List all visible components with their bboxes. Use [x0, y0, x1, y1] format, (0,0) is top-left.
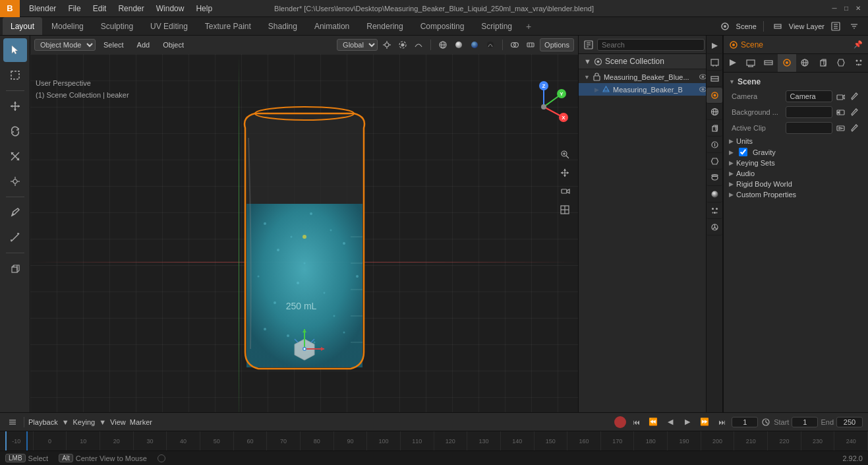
props-tab-scene[interactable]: [778, 54, 796, 73]
rigid-body-world-subsection[interactable]: ▶ Rigid Body World: [724, 179, 868, 189]
play-button[interactable]: ▶: [680, 415, 695, 429]
props-tab-view-layer[interactable]: [760, 54, 778, 73]
tool-select-box[interactable]: [3, 63, 27, 87]
viewport-shading-wire[interactable]: [436, 38, 449, 51]
prop-icon-world[interactable]: [707, 104, 722, 120]
navigation-gizmo[interactable]: Z X Y: [517, 80, 570, 133]
tool-move[interactable]: [3, 94, 27, 118]
blender-logo[interactable]: B: [0, 0, 20, 17]
menu-render[interactable]: Render: [113, 3, 149, 15]
next-keyframe-button[interactable]: ⏩: [697, 415, 712, 429]
prop-icon-material[interactable]: [707, 187, 722, 202]
record-button[interactable]: [614, 416, 626, 428]
menu-file[interactable]: File: [63, 3, 86, 15]
marker-menu[interactable]: Marker: [130, 418, 152, 426]
tab-scripting[interactable]: Scripting: [473, 17, 520, 35]
add-workspace-button[interactable]: +: [521, 19, 536, 34]
background-edit-icon[interactable]: [848, 106, 860, 118]
prop-icon-render[interactable]: [707, 38, 722, 54]
view-menu[interactable]: View: [110, 418, 126, 426]
timeline-ruler[interactable]: -10 0 10 20 30 40 50 60 70 80 90 100 110…: [0, 431, 868, 451]
custom-properties-subsection[interactable]: ▶ Custom Properties: [724, 189, 868, 200]
units-subsection[interactable]: ▶ Units: [724, 136, 868, 146]
start-frame-input[interactable]: [792, 417, 818, 427]
jump-end-button[interactable]: ⏭: [714, 415, 729, 429]
playback-menu[interactable]: Playback: [28, 418, 58, 426]
jump-start-button[interactable]: ⏮: [629, 415, 643, 429]
camera-picker-icon[interactable]: [834, 90, 846, 102]
play-reverse-button[interactable]: ◀: [663, 415, 678, 429]
fall-off-icon[interactable]: [412, 38, 425, 51]
camera-value[interactable]: Camera: [786, 90, 832, 102]
viewport-select-btn[interactable]: Select: [98, 40, 129, 50]
beaker-object[interactable]: 250 mL: [199, 105, 410, 382]
background-picker-icon[interactable]: [834, 106, 846, 118]
props-tab-render[interactable]: [724, 54, 741, 73]
tab-shading[interactable]: Shading: [260, 17, 305, 35]
viewport-xray-icon[interactable]: [524, 38, 537, 51]
prop-icon-output[interactable]: [707, 55, 722, 71]
maximize-button[interactable]: □: [842, 4, 851, 13]
tool-rotate[interactable]: [3, 119, 27, 143]
view-layer-icon[interactable]: [770, 19, 785, 34]
viewport-overlay-icon[interactable]: [508, 38, 521, 51]
prop-icon-viewlayer[interactable]: [707, 71, 722, 87]
menu-edit[interactable]: Edit: [88, 3, 112, 15]
scene-icon[interactable]: [718, 19, 732, 34]
frame-clock-icon[interactable]: [761, 417, 771, 427]
view-layer-settings-icon[interactable]: [828, 19, 843, 34]
outliner-search[interactable]: [597, 39, 705, 51]
zoom-icon[interactable]: [557, 146, 573, 162]
transform-global-select[interactable]: Global Local: [337, 39, 378, 51]
props-tab-particles[interactable]: [850, 54, 868, 73]
prop-icon-data[interactable]: [707, 170, 722, 186]
prop-icon-object[interactable]: [707, 121, 722, 137]
gravity-subsection[interactable]: ▶ Gravity: [724, 146, 868, 158]
tab-texture-paint[interactable]: Texture Paint: [197, 17, 259, 35]
camera-edit-icon[interactable]: [848, 90, 860, 102]
props-tab-object[interactable]: [814, 54, 832, 73]
proportional-edit-icon[interactable]: [396, 38, 409, 51]
tool-cursor[interactable]: [3, 38, 27, 62]
end-frame-input[interactable]: [836, 417, 863, 427]
options-btn-vp[interactable]: Options: [540, 38, 574, 51]
viewport-canvas[interactable]: User Perspective (1) Scene Collection | …: [30, 54, 578, 432]
active-clip-edit-icon[interactable]: [848, 122, 860, 134]
menu-help[interactable]: Help: [190, 3, 217, 15]
pin-icon[interactable]: 📌: [854, 40, 863, 49]
tool-scale[interactable]: [3, 144, 27, 168]
current-frame-input[interactable]: 1: [732, 417, 758, 427]
prop-icon-scene[interactable]: [707, 88, 722, 104]
scene-collection-header[interactable]: ▼ Scene Collection: [579, 54, 723, 69]
scene-section-header[interactable]: ▼ Scene: [724, 75, 868, 88]
gravity-checkbox[interactable]: [739, 148, 747, 156]
outliner-item-0[interactable]: ▼ Measuring_Beaker_Blue...: [579, 71, 723, 83]
props-tab-output[interactable]: [741, 54, 759, 73]
object-mode-select[interactable]: Object Mode Edit Mode Sculpt Mode: [34, 39, 96, 51]
tool-annotate[interactable]: [3, 201, 27, 224]
minimize-button[interactable]: ─: [830, 4, 839, 13]
keying-menu[interactable]: Keying: [73, 418, 96, 426]
prop-icon-modifiers[interactable]: [707, 154, 722, 170]
active-clip-value[interactable]: [786, 122, 832, 134]
tool-measure[interactable]: [3, 226, 27, 249]
props-tab-world[interactable]: [796, 54, 814, 73]
tab-rendering[interactable]: Rendering: [359, 17, 411, 35]
timeline-menu-icon[interactable]: [5, 415, 20, 429]
audio-subsection[interactable]: ▶ Audio: [724, 168, 868, 179]
keying-sets-subsection[interactable]: ▶ Keying Sets: [724, 158, 868, 168]
tab-layout[interactable]: Layout: [3, 17, 42, 35]
prev-keyframe-button[interactable]: ⏪: [646, 415, 660, 429]
pan-icon[interactable]: [557, 165, 573, 181]
props-tab-modifiers[interactable]: [832, 54, 850, 73]
viewport-shading-solid[interactable]: [452, 38, 465, 51]
camera-view-icon[interactable]: [557, 183, 573, 199]
prop-icon-physics[interactable]: [707, 220, 722, 235]
active-clip-picker-icon[interactable]: [834, 122, 846, 134]
tool-add-cube[interactable]: [3, 257, 27, 280]
close-button[interactable]: ✕: [854, 4, 863, 13]
viewport-shading-render[interactable]: [484, 38, 497, 51]
viewport-shading-material[interactable]: [468, 38, 481, 51]
prop-icon-constraints[interactable]: [707, 137, 722, 153]
background-value[interactable]: [786, 106, 832, 118]
